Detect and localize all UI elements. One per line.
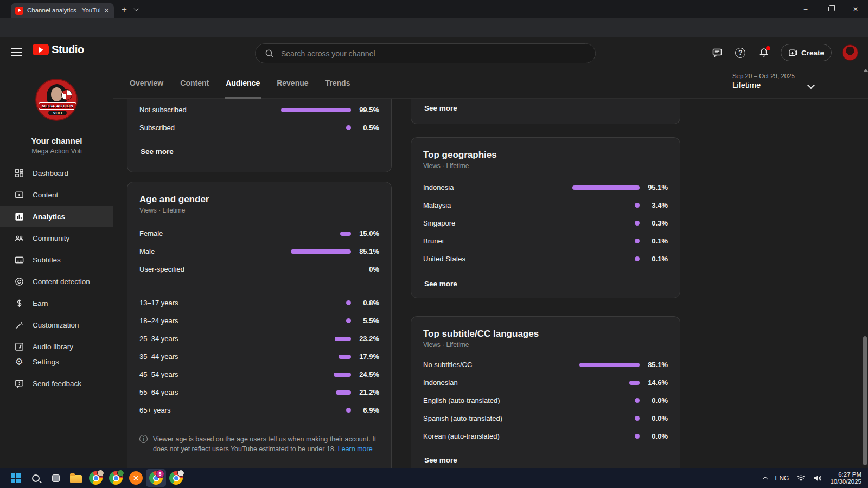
tab-audience[interactable]: Audience	[226, 68, 260, 99]
stat-bar-zone	[558, 381, 640, 385]
new-tab-button[interactable]: +	[119, 4, 130, 15]
stub-see-more-button[interactable]: See more	[419, 100, 463, 117]
notifications-bell-icon[interactable]	[757, 46, 770, 59]
taskbar-apps: ✕ 5	[5, 468, 186, 488]
sidebar-item-subtitles[interactable]: Subtitles	[0, 249, 113, 271]
stat-label: 35–44 years	[139, 352, 270, 361]
tab-close-icon[interactable]: ✕	[104, 7, 110, 14]
gear-icon: ⚙	[14, 356, 24, 367]
taskbar-search-button[interactable]	[25, 469, 46, 487]
sidebar-item-customization[interactable]: Customization	[0, 314, 113, 336]
date-range-selector[interactable]: Sep 20 – Oct 29, 2025 Lifetime	[732, 73, 795, 89]
tab-trends[interactable]: Trends	[326, 68, 350, 99]
stat-row: Malaysia3.4%	[411, 196, 680, 214]
stat-bar-zone	[558, 256, 640, 261]
analytics-icon	[14, 211, 24, 222]
window-close-button[interactable]: ✕	[843, 0, 868, 18]
chrome-profile-1-button[interactable]	[86, 469, 106, 487]
help-icon[interactable]: ?	[734, 46, 747, 59]
stat-value: 99.5%	[355, 106, 379, 114]
stat-value: 24.5%	[355, 370, 379, 378]
subscription-see-more-button[interactable]: See more	[135, 143, 179, 160]
tab-overview[interactable]: Overview	[130, 68, 163, 99]
subscription-card: Not subscribed99.5%Subscribed0.5% See mo…	[127, 99, 392, 172]
file-explorer-button[interactable]	[66, 469, 86, 487]
studio-logo[interactable]: Studio	[33, 43, 84, 56]
stat-row: Indonesian14.6%	[411, 374, 680, 391]
start-button[interactable]	[5, 469, 25, 487]
xampp-button[interactable]: ✕	[126, 469, 146, 487]
stat-bar	[629, 381, 640, 385]
stat-bar-zone	[558, 416, 640, 421]
date-range-text: Sep 20 – Oct 29, 2025	[732, 73, 795, 79]
sidebar-item-settings[interactable]: ⚙ Settings	[0, 351, 113, 373]
tab-search-chevron-icon[interactable]	[133, 6, 138, 11]
stat-bar-zone	[270, 249, 351, 254]
search-input[interactable]	[281, 49, 586, 58]
sidebar-item-community[interactable]: Community	[0, 227, 113, 249]
language-indicator[interactable]: ENG	[775, 474, 789, 482]
sidebar-item-analytics[interactable]: Analytics	[0, 206, 113, 227]
geographies-see-more-button[interactable]: See more	[419, 275, 463, 292]
chrome-profile-3-button[interactable]	[166, 469, 186, 487]
browser-tab[interactable]: Channel analytics - YouTube Stu ✕	[11, 3, 114, 18]
stat-dot	[635, 221, 640, 226]
create-button[interactable]: Create	[781, 44, 832, 61]
account-avatar[interactable]	[842, 44, 858, 61]
sidebar-item-content[interactable]: Content	[0, 184, 113, 206]
stat-dot	[346, 408, 351, 413]
stat-value: 0.3%	[644, 219, 668, 227]
stat-label: Subscribed	[139, 124, 270, 132]
sidebar-item-content-detection[interactable]: Content detection	[0, 271, 113, 292]
stat-bar-zone	[270, 337, 351, 341]
channel-search[interactable]	[255, 43, 596, 63]
sidebar-footer: ⚙ Settings Send feedback	[0, 351, 113, 394]
hamburger-menu-icon[interactable]	[11, 52, 22, 53]
stat-label: 25–34 years	[139, 335, 270, 343]
learn-more-link[interactable]: Learn more	[338, 445, 373, 453]
scrollbar-up-arrow[interactable]	[864, 69, 868, 72]
search-icon	[32, 474, 40, 482]
analytics-tabbar: Overview Content Audience Revenue Trends…	[113, 68, 868, 99]
stat-row: 35–44 years17.9%	[127, 348, 391, 365]
notification-dot	[766, 46, 770, 50]
stat-label: Indonesian	[423, 378, 558, 387]
info-icon: i	[139, 435, 148, 443]
wifi-icon[interactable]	[796, 474, 806, 482]
tab-content[interactable]: Content	[180, 68, 209, 99]
stat-dot	[346, 125, 351, 130]
task-view-button[interactable]	[46, 469, 66, 487]
stat-label: English (auto-translated)	[423, 396, 558, 404]
chrome-active-window-button[interactable]: 5	[146, 469, 166, 487]
stat-bar	[335, 337, 351, 341]
stat-bar-zone	[270, 125, 351, 130]
sidebar-item-label: Customization	[33, 321, 79, 329]
sidebar-item-earn[interactable]: Earn	[0, 292, 113, 314]
chrome-profile-2-button[interactable]	[106, 469, 126, 487]
page-scrollbar-thumb[interactable]	[863, 336, 867, 465]
desktop: { "browser": { "tab_title": "Channel ana…	[0, 0, 868, 488]
window-minimize-button[interactable]: –	[793, 0, 818, 18]
stat-value: 0.5%	[355, 124, 379, 132]
feedback-comment-icon[interactable]	[711, 46, 724, 59]
sidebar-item-label: Settings	[33, 358, 59, 366]
languages-see-more-button[interactable]: See more	[419, 452, 463, 468]
taskbar-clock[interactable]: 6:27 PM 10/30/2025	[830, 471, 861, 485]
stat-bar-zone	[270, 408, 351, 413]
stat-bar-zone	[270, 318, 351, 323]
sidebar-item-label: Send feedback	[33, 380, 81, 388]
channel-avatar[interactable]: MEGA ACTION VOLI	[35, 79, 78, 121]
right-stub-card: See more	[411, 99, 680, 124]
stat-dot	[635, 398, 640, 403]
volume-icon[interactable]	[813, 474, 822, 482]
sidebar-item-dashboard[interactable]: Dashboard	[0, 162, 113, 184]
tab-revenue[interactable]: Revenue	[277, 68, 308, 99]
wand-icon	[14, 319, 24, 330]
window-restore-button[interactable]	[818, 0, 843, 18]
stat-label: United States	[423, 255, 558, 263]
card-title: Top geographies	[411, 138, 680, 162]
stat-label: Not subscribed	[139, 106, 270, 114]
sidebar-item-send-feedback[interactable]: Send feedback	[0, 373, 113, 394]
tray-chevron-up-icon[interactable]	[763, 476, 768, 481]
stat-bar-zone	[270, 232, 351, 236]
